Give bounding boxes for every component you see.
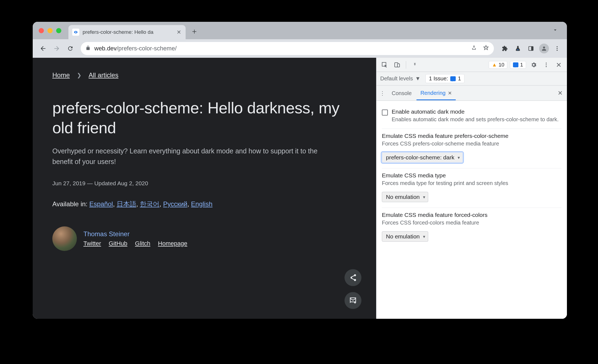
- svg-point-11: [546, 64, 547, 65]
- tab-title: prefers-color-scheme: Hello da: [83, 29, 174, 35]
- prefers-color-scheme-select[interactable]: prefers-color-scheme: dark: [382, 152, 463, 163]
- address-bar[interactable]: web.dev/prefers-color-scheme/: [81, 42, 494, 55]
- back-button[interactable]: [37, 43, 49, 54]
- close-tab-icon[interactable]: ✕: [177, 29, 181, 35]
- devtools-kebab-icon[interactable]: [541, 60, 551, 70]
- section-title: Emulate CSS media feature prefers-color-…: [382, 133, 561, 139]
- author-name[interactable]: Thomas Steiner: [83, 230, 187, 238]
- inspect-element-icon[interactable]: [380, 60, 389, 70]
- rendering-panel: Enable automatic dark mode Enables autom…: [376, 101, 567, 319]
- lang-link[interactable]: 日本語: [117, 200, 136, 208]
- fullscreen-window-button[interactable]: [56, 28, 61, 33]
- available-in: Available in: Español, 日本語, 한국어, Русский…: [52, 200, 357, 208]
- warnings-badge[interactable]: ▲ 10: [489, 61, 507, 69]
- reload-button[interactable]: [64, 43, 76, 54]
- subscribe-fab[interactable]: [345, 292, 361, 309]
- page-subtitle: Overhyped or necessity? Learn everything…: [52, 146, 330, 167]
- messages-count: 1: [520, 62, 523, 68]
- chevron-right-icon: ❯: [77, 72, 81, 78]
- profile-avatar[interactable]: [539, 43, 549, 54]
- close-window-button[interactable]: [39, 28, 44, 33]
- issue-label: 1 Issue:: [429, 75, 448, 82]
- browser-tab[interactable]: prefers-color-scheme: Hello da ✕: [68, 25, 186, 39]
- section-desc: Forces CSS forced-colors media feature: [382, 219, 561, 226]
- author-links: Twitter GitHub Glitch Homepage: [83, 240, 187, 247]
- author-link-twitter[interactable]: Twitter: [83, 240, 101, 247]
- lang-link[interactable]: Русский: [163, 200, 187, 208]
- tabs-overflow-icon[interactable]: [552, 27, 558, 34]
- forced-colors-select[interactable]: No emulation: [382, 231, 428, 242]
- lang-link[interactable]: Español: [89, 200, 113, 208]
- message-icon: [513, 62, 518, 67]
- section-desc: Forces CSS prefers-color-scheme media fe…: [382, 140, 561, 147]
- svg-point-6: [557, 50, 558, 51]
- close-icon[interactable]: ✕: [448, 90, 452, 96]
- svg-point-4: [557, 46, 558, 47]
- section-forced-colors: Emulate CSS media feature forced-colors …: [382, 208, 561, 247]
- author-avatar: [52, 226, 77, 251]
- console-filter-bar: Default levels ▼ 1 Issue: 1: [376, 72, 567, 86]
- warnings-count: 10: [499, 62, 504, 68]
- page-dateline: Jun 27, 2019 — Updated Aug 2, 2020: [52, 180, 357, 187]
- breadcrumb-home[interactable]: Home: [52, 71, 70, 79]
- device-toggle-icon[interactable]: [392, 60, 402, 70]
- close-devtools-icon[interactable]: [554, 60, 564, 70]
- labs-icon[interactable]: [512, 43, 523, 54]
- forward-button[interactable]: [51, 43, 63, 54]
- drawer-menu-icon[interactable]: ⋮: [378, 90, 387, 96]
- kebab-menu-icon[interactable]: [552, 43, 563, 54]
- author-link-glitch[interactable]: Glitch: [135, 240, 150, 247]
- svg-point-1: [517, 49, 518, 50]
- media-type-select[interactable]: No emulation: [382, 192, 428, 202]
- page-title: prefers-color-scheme: Hello darkness, my…: [52, 98, 357, 138]
- tab-console[interactable]: Console: [388, 86, 415, 100]
- warning-icon: ▲: [492, 62, 497, 68]
- browser-window: prefers-color-scheme: Hello da ✕ ＋ web.d…: [33, 22, 567, 319]
- lock-icon: [86, 46, 90, 52]
- svg-rect-9: [397, 64, 400, 67]
- breadcrumb: Home ❯ All articles: [52, 71, 357, 79]
- floating-actions: [345, 269, 361, 309]
- breadcrumb-all-articles[interactable]: All articles: [89, 71, 118, 79]
- section-title: Enable automatic dark mode: [392, 108, 559, 115]
- lang-link[interactable]: 한국어: [140, 200, 159, 208]
- more-tabs-icon[interactable]: [410, 60, 420, 70]
- tab-strip: prefers-color-scheme: Hello da ✕ ＋: [33, 22, 567, 39]
- drawer-tabs: ⋮ Console Rendering✕ ✕: [376, 86, 567, 101]
- author-link-github[interactable]: GitHub: [109, 240, 127, 247]
- section-media-type: Emulate CSS media type Forces media type…: [382, 168, 561, 208]
- minimize-window-button[interactable]: [47, 28, 53, 33]
- available-label: Available in:: [52, 200, 89, 208]
- auto-dark-mode-checkbox[interactable]: [382, 110, 388, 116]
- share-fab[interactable]: [345, 269, 361, 286]
- section-auto-dark-mode: Enable automatic dark mode Enables autom…: [382, 105, 561, 129]
- settings-gear-icon[interactable]: [529, 60, 539, 70]
- tab-rendering[interactable]: Rendering✕: [416, 86, 455, 100]
- section-desc: Enables automatic dark mode and sets pre…: [392, 116, 559, 123]
- lang-link[interactable]: English: [191, 200, 213, 208]
- svg-point-0: [75, 32, 77, 33]
- favicon-icon: [72, 29, 79, 36]
- issues-button[interactable]: 1 Issue: 1: [425, 74, 464, 83]
- separator: [406, 61, 406, 69]
- section-title: Emulate CSS media type: [382, 172, 561, 179]
- bookmark-star-icon[interactable]: [483, 45, 489, 52]
- web-page: Home ❯ All articles prefers-color-scheme…: [33, 58, 376, 319]
- extensions-icon[interactable]: [499, 43, 510, 54]
- devtools-toolbar: ▲ 10 1: [376, 58, 567, 72]
- share-icon[interactable]: [471, 45, 477, 52]
- content-area: Home ❯ All articles prefers-color-scheme…: [33, 58, 567, 319]
- svg-point-10: [546, 62, 547, 63]
- section-desc: Forces media type for testing print and …: [382, 179, 561, 187]
- close-drawer-icon[interactable]: ✕: [558, 90, 563, 97]
- log-levels-dropdown[interactable]: Default levels ▼: [380, 75, 421, 82]
- svg-rect-3: [531, 47, 533, 51]
- messages-badge[interactable]: 1: [510, 61, 526, 69]
- new-tab-button[interactable]: ＋: [188, 25, 200, 37]
- message-icon: [450, 76, 456, 81]
- side-panel-icon[interactable]: [525, 43, 536, 54]
- window-controls: [39, 28, 61, 33]
- devtools-panel: ▲ 10 1: [376, 58, 567, 319]
- author-link-homepage[interactable]: Homepage: [158, 240, 188, 247]
- toolbar-actions: [499, 43, 563, 54]
